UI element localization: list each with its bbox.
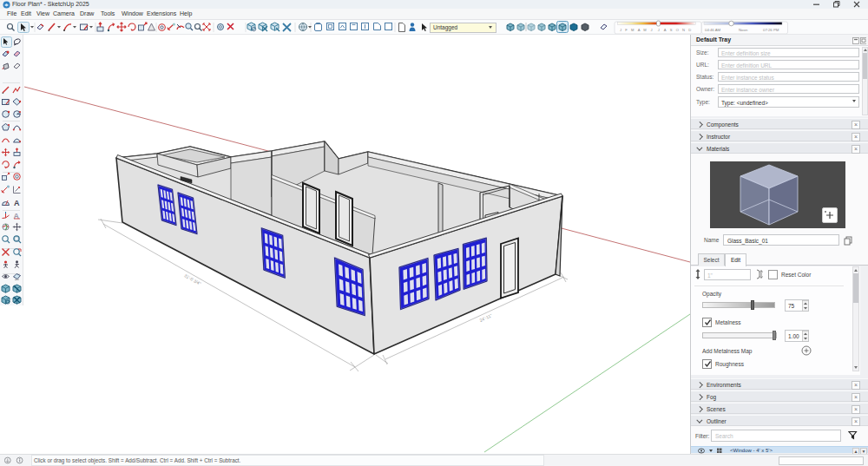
svg-text:A: A: [638, 28, 641, 32]
svg-text:A: A: [14, 199, 20, 207]
svg-text:J: J: [650, 28, 652, 32]
svg-text:A: A: [14, 212, 20, 220]
svg-text:24'-11": 24'-11": [478, 312, 492, 323]
svg-text:07:26 PM: 07:26 PM: [763, 28, 779, 32]
svg-text:J: J: [658, 28, 660, 32]
svg-text:M: M: [643, 28, 647, 32]
svg-text:O: O: [676, 28, 679, 32]
svg-text:S: S: [670, 28, 673, 32]
svg-text:A: A: [664, 28, 667, 32]
svg-text:N: N: [682, 28, 685, 32]
svg-text:D: D: [688, 28, 691, 32]
svg-text:J: J: [620, 28, 621, 32]
svg-text:Noon: Noon: [739, 28, 748, 32]
svg-text:04:46 AM: 04:46 AM: [705, 28, 721, 32]
svg-text:M: M: [631, 28, 635, 32]
